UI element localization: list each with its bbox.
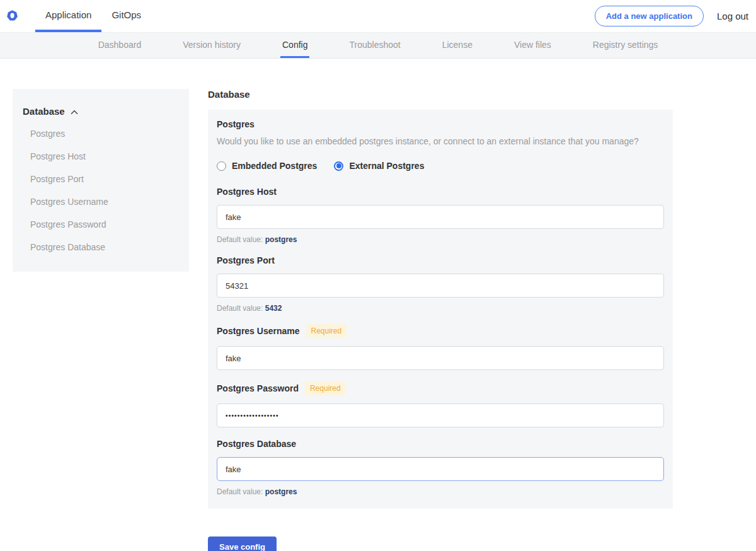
app-logo-icon bbox=[6, 10, 18, 22]
radio-label: External Postgres bbox=[349, 161, 424, 171]
tab-gitops[interactable]: GitOps bbox=[101, 0, 151, 32]
radio-embedded-postgres[interactable]: Embedded Postgres bbox=[217, 161, 317, 171]
page-title: Database bbox=[208, 89, 673, 100]
radio-checked-icon bbox=[334, 161, 343, 171]
subnav-item-label: Version history bbox=[183, 40, 241, 50]
subnav-item-label: Troubleshoot bbox=[349, 40, 400, 50]
subnav-item-dashboard[interactable]: Dashboard bbox=[96, 33, 144, 58]
header-actions: Add a new application Log out bbox=[595, 0, 748, 32]
default-value-text: 5432 bbox=[265, 304, 282, 313]
default-value-hint: Default value: postgres bbox=[217, 235, 664, 244]
config-group-card: Postgres Would you like to use an embedd… bbox=[208, 110, 673, 509]
tab-application-label: Application bbox=[45, 9, 91, 20]
default-value-prefix: Default value: bbox=[217, 304, 263, 313]
field-label: Postgres Password Required bbox=[217, 381, 664, 395]
required-badge: Required bbox=[305, 381, 346, 395]
subnav-item-label: Dashboard bbox=[98, 40, 142, 50]
radio-label: Embedded Postgres bbox=[232, 161, 317, 171]
postgres-password-input[interactable] bbox=[217, 403, 664, 427]
field-label: Postgres Database bbox=[217, 439, 664, 449]
field-postgres-host: Postgres Host Default value: postgres bbox=[217, 187, 664, 244]
tab-gitops-label: GitOps bbox=[112, 9, 141, 20]
default-value-hint: Default value: postgres bbox=[217, 487, 664, 496]
subnav-item-config[interactable]: Config bbox=[280, 33, 309, 58]
sidebar-item-postgres-username[interactable]: Postgres Username bbox=[30, 190, 179, 213]
group-title: Postgres bbox=[217, 119, 664, 129]
default-value-prefix: Default value: bbox=[217, 487, 263, 496]
subnav-item-view-files[interactable]: View files bbox=[512, 33, 553, 58]
radio-unchecked-icon bbox=[217, 161, 226, 171]
sidebar-item-postgres-password[interactable]: Postgres Password bbox=[30, 213, 179, 236]
default-value-text: postgres bbox=[265, 487, 297, 496]
save-config-button[interactable]: Save config bbox=[208, 536, 277, 551]
sidebar-group-label: Database bbox=[23, 106, 65, 117]
subnav-item-version-history[interactable]: Version history bbox=[181, 33, 243, 58]
postgres-username-input[interactable] bbox=[217, 346, 664, 370]
subnav-item-label: Config bbox=[282, 40, 307, 50]
group-description: Would you like to use an embedded postgr… bbox=[217, 136, 664, 146]
sidebar-item-postgres-database[interactable]: Postgres Database bbox=[30, 236, 179, 258]
subnav-item-troubleshoot[interactable]: Troubleshoot bbox=[347, 33, 402, 58]
header-tabs: Application GitOps bbox=[35, 0, 151, 32]
config-content: Database Postgres Would you like to use … bbox=[208, 89, 673, 551]
field-postgres-port: Postgres Port Default value: 5432 bbox=[217, 255, 664, 313]
config-page: Database Postgres Postgres Host Postgres… bbox=[0, 59, 756, 551]
field-postgres-username: Postgres Username Required bbox=[217, 324, 664, 370]
field-postgres-database: Postgres Database Default value: postgre… bbox=[217, 439, 664, 496]
required-badge: Required bbox=[306, 324, 347, 338]
field-label-text: Postgres Host bbox=[217, 187, 277, 197]
sidebar-item-postgres-host[interactable]: Postgres Host bbox=[30, 145, 179, 168]
sidebar-item-postgres-port[interactable]: Postgres Port bbox=[30, 168, 179, 190]
postgres-database-input[interactable] bbox=[217, 457, 664, 481]
sidebar-items: Postgres Postgres Host Postgres Port Pos… bbox=[23, 122, 179, 258]
tab-application[interactable]: Application bbox=[35, 0, 101, 32]
default-value-hint: Default value: 5432 bbox=[217, 304, 664, 313]
subnav-item-label: License bbox=[442, 40, 472, 50]
postgres-radio-group: Embedded Postgres External Postgres bbox=[217, 161, 664, 171]
subnav-item-registry-settings[interactable]: Registry settings bbox=[591, 33, 660, 58]
field-label-text: Postgres Username bbox=[217, 326, 300, 336]
field-label: Postgres Host bbox=[217, 187, 664, 197]
add-application-button[interactable]: Add a new application bbox=[595, 6, 704, 26]
app-logo bbox=[6, 0, 18, 32]
app-subnav: Dashboard Version history Config Trouble… bbox=[0, 32, 756, 59]
app-header: Application GitOps Add a new application… bbox=[0, 0, 756, 32]
field-postgres-password: Postgres Password Required bbox=[217, 381, 664, 427]
default-value-text: postgres bbox=[265, 235, 297, 244]
sidebar-group-database[interactable]: Database bbox=[23, 106, 179, 117]
sidebar-item-postgres[interactable]: Postgres bbox=[30, 122, 179, 145]
subnav-item-license[interactable]: License bbox=[440, 33, 474, 58]
config-sidebar: Database Postgres Postgres Host Postgres… bbox=[13, 89, 189, 272]
field-label: Postgres Port bbox=[217, 255, 664, 265]
field-label: Postgres Username Required bbox=[217, 324, 664, 338]
radio-external-postgres[interactable]: External Postgres bbox=[334, 161, 424, 171]
subnav-item-label: Registry settings bbox=[593, 40, 658, 50]
default-value-prefix: Default value: bbox=[217, 235, 263, 244]
field-label-text: Postgres Database bbox=[217, 439, 296, 449]
logout-link[interactable]: Log out bbox=[717, 11, 748, 21]
field-label-text: Postgres Port bbox=[217, 255, 275, 265]
field-label-text: Postgres Password bbox=[217, 383, 299, 393]
subnav-item-label: View files bbox=[514, 40, 551, 50]
chevron-up-icon bbox=[71, 106, 78, 117]
postgres-port-input[interactable] bbox=[217, 274, 664, 298]
postgres-host-input[interactable] bbox=[217, 205, 664, 229]
